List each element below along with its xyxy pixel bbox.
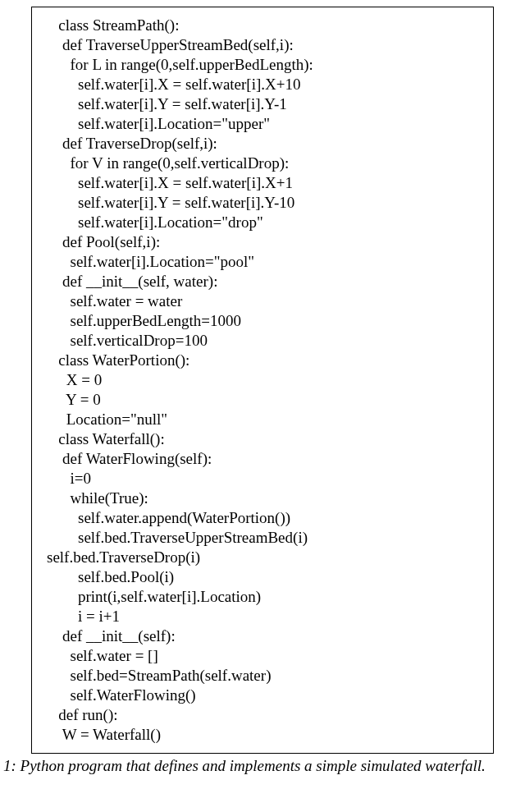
- code-line: self.water[i].Y = self.water[i].Y-10: [47, 193, 478, 213]
- code-line: self.verticalDrop=100: [47, 331, 478, 351]
- code-line: self.bed.TraverseUpperStreamBed(i): [47, 528, 478, 548]
- code-line: def __init__(self):: [47, 626, 478, 646]
- code-line: for V in range(0,self.verticalDrop):: [47, 154, 478, 173]
- code-line: for L in range(0,self.upperBedLength):: [47, 55, 478, 75]
- code-line: i=0: [47, 469, 478, 489]
- code-line: class Waterfall():: [47, 429, 478, 449]
- code-line: self.water[i].X = self.water[i].X+1: [47, 173, 478, 193]
- code-line: print(i,self.water[i].Location): [47, 587, 478, 607]
- figure-caption: 1: Python program that defines and imple…: [3, 757, 525, 775]
- page: class StreamPath(): def TraverseUpperStr…: [0, 7, 525, 775]
- code-line: self.bed.Pool(i): [47, 567, 478, 587]
- code-line: self.water[i].Location="upper": [47, 114, 478, 134]
- code-line: self.WaterFlowing(): [47, 686, 478, 705]
- code-line: Location="null": [47, 410, 478, 429]
- code-line: def run():: [47, 705, 478, 725]
- code-line: def Pool(self,i):: [47, 232, 478, 252]
- code-line: self.water.append(WaterPortion()): [47, 508, 478, 528]
- code-line: while(True):: [47, 489, 478, 508]
- code-listing-box: class StreamPath(): def TraverseUpperStr…: [31, 7, 494, 754]
- code-line: self.water[i].Location="pool": [47, 252, 478, 272]
- code-line: class StreamPath():: [47, 16, 478, 35]
- code-line: i = i+1: [47, 607, 478, 626]
- code-line: self.water[i].Y = self.water[i].Y-1: [47, 94, 478, 114]
- code-line: class WaterPortion():: [47, 351, 478, 370]
- code-line: self.water[i].X = self.water[i].X+10: [47, 75, 478, 94]
- code-line: def TraverseUpperStreamBed(self,i):: [47, 35, 478, 55]
- code-line: self.upperBedLength=1000: [47, 311, 478, 331]
- code-line: W = Waterfall(): [47, 725, 478, 745]
- code-line: self.bed=StreamPath(self.water): [47, 666, 478, 686]
- code-line: def TraverseDrop(self,i):: [47, 134, 478, 154]
- code-line: def __init__(self, water):: [47, 272, 478, 291]
- code-line: self.water[i].Location="drop": [47, 213, 478, 232]
- code-line: self.water = []: [47, 646, 478, 666]
- code-line: X = 0: [47, 370, 478, 390]
- code-line: self.bed.TraverseDrop(i): [47, 548, 478, 567]
- code-line: def WaterFlowing(self):: [47, 449, 478, 469]
- code-line: self.water = water: [47, 291, 478, 311]
- code-line: Y = 0: [47, 390, 478, 410]
